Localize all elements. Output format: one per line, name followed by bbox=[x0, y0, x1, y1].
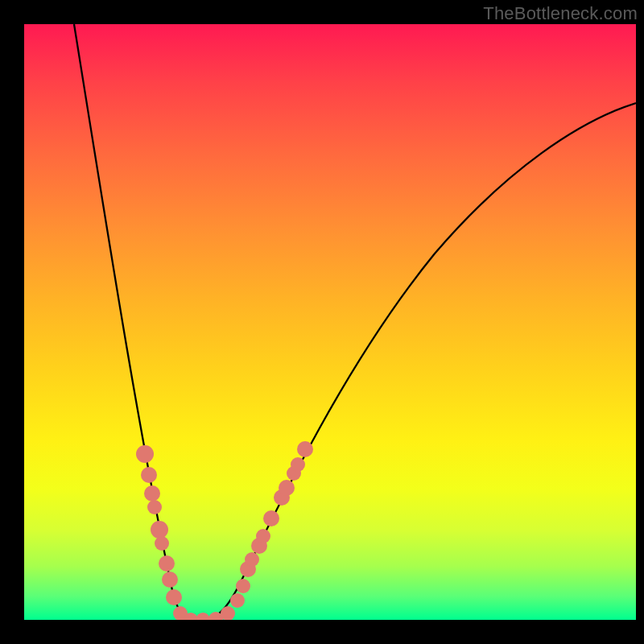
marker-left-6 bbox=[159, 555, 175, 572]
marker-left-5 bbox=[155, 536, 169, 551]
curve-left-branch bbox=[74, 24, 200, 620]
marker-right-6 bbox=[279, 480, 295, 496]
marker-bottom-3 bbox=[221, 606, 235, 620]
marker-left-2 bbox=[144, 485, 160, 502]
marker-left-4 bbox=[151, 521, 168, 539]
marker-left-7 bbox=[162, 572, 178, 588]
marker-bottom-5 bbox=[236, 579, 250, 593]
marker-right-9 bbox=[297, 441, 313, 457]
marker-group-left bbox=[136, 445, 188, 620]
marker-right-4 bbox=[263, 510, 279, 526]
marker-left-1 bbox=[141, 467, 157, 483]
marker-right-8 bbox=[291, 457, 305, 472]
marker-right-1 bbox=[245, 552, 259, 567]
marker-right-3 bbox=[256, 529, 270, 543]
chart-frame: TheBottleneck.com bbox=[0, 0, 644, 644]
marker-left-3 bbox=[147, 500, 162, 514]
marker-left-8 bbox=[166, 589, 182, 605]
marker-left-0 bbox=[136, 445, 154, 463]
plot-area bbox=[24, 24, 636, 620]
watermark-text: TheBottleneck.com bbox=[483, 3, 638, 24]
marker-group-bottom bbox=[184, 579, 250, 620]
curve-svg bbox=[24, 24, 636, 620]
marker-bottom-4 bbox=[230, 593, 245, 608]
marker-bottom-1 bbox=[196, 613, 210, 620]
